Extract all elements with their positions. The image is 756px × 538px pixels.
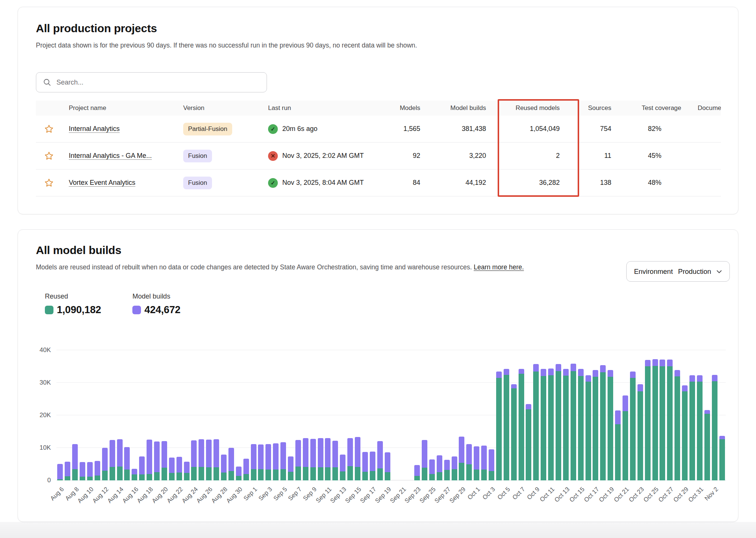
chart-bar[interactable] xyxy=(318,438,323,480)
chart-bar[interactable] xyxy=(347,438,353,480)
chart-bar[interactable] xyxy=(615,410,621,480)
chart-bar[interactable] xyxy=(674,370,680,480)
chart-bar[interactable] xyxy=(682,385,688,480)
chart-bar[interactable] xyxy=(660,360,665,480)
chart-bar[interactable] xyxy=(147,440,152,480)
chart-bar[interactable] xyxy=(556,364,561,480)
search-input[interactable] xyxy=(56,79,260,86)
chart-bar[interactable] xyxy=(422,440,427,480)
chart-bar[interactable] xyxy=(213,439,219,480)
chart-bar[interactable] xyxy=(452,456,457,480)
chart-bar[interactable] xyxy=(184,462,190,480)
project-name-link[interactable]: Vortex Event Analytics xyxy=(69,179,135,186)
chart-bar[interactable] xyxy=(355,437,360,480)
chart-bar[interactable] xyxy=(65,462,70,480)
chart-bar[interactable] xyxy=(303,438,308,480)
chart-bar[interactable] xyxy=(459,437,464,480)
chart-bar[interactable] xyxy=(110,440,115,480)
chart-bar[interactable] xyxy=(280,442,286,480)
chart-bar[interactable] xyxy=(385,452,390,480)
chart-bar[interactable] xyxy=(474,446,479,480)
chart-bar[interactable] xyxy=(117,439,123,480)
chart-bar[interactable] xyxy=(704,410,710,480)
chart-bar[interactable] xyxy=(645,360,651,480)
chart-bar[interactable] xyxy=(162,441,167,480)
y-axis-label: 30K xyxy=(28,379,51,386)
chart-bar[interactable] xyxy=(124,447,130,480)
learn-more-link[interactable]: Learn more here. xyxy=(474,263,524,271)
chart-bar[interactable] xyxy=(429,459,435,480)
project-search[interactable] xyxy=(36,72,267,92)
chart-bar[interactable] xyxy=(199,439,204,480)
chart-bar[interactable] xyxy=(258,444,264,480)
chart-bar[interactable] xyxy=(370,452,375,480)
chart-bar[interactable] xyxy=(310,439,316,480)
chart-bar[interactable] xyxy=(496,372,502,480)
chart-bar[interactable] xyxy=(437,455,442,480)
environment-select[interactable]: Environment Production xyxy=(626,261,730,282)
chart-bar[interactable] xyxy=(600,365,606,480)
chart-bar[interactable] xyxy=(295,440,301,480)
star-icon[interactable] xyxy=(44,178,54,188)
chart-bar[interactable] xyxy=(154,441,160,480)
chart-bar[interactable] xyxy=(139,456,145,480)
chart-bar[interactable] xyxy=(712,375,717,480)
column-header: Model builds xyxy=(422,104,488,112)
chart-bar[interactable] xyxy=(95,461,100,480)
chart-bar[interactable] xyxy=(414,465,420,480)
chart-bar[interactable] xyxy=(630,372,636,480)
chart-bar[interactable] xyxy=(548,369,554,480)
chart-bar[interactable] xyxy=(340,455,345,480)
chart-bar[interactable] xyxy=(489,449,494,480)
chart-bar[interactable] xyxy=(362,452,368,480)
chart-bar[interactable] xyxy=(719,436,725,480)
chart-bar[interactable] xyxy=(526,404,531,480)
chart-bar[interactable] xyxy=(444,460,450,480)
chart-bar[interactable] xyxy=(102,448,108,480)
chart-bar[interactable] xyxy=(593,370,598,480)
chart-bar[interactable] xyxy=(571,364,576,480)
chart-bar[interactable] xyxy=(332,441,338,480)
chart-bar[interactable] xyxy=(563,369,569,480)
chart-bar[interactable] xyxy=(533,364,539,480)
chart-bar[interactable] xyxy=(511,384,517,480)
chart-bar[interactable] xyxy=(176,457,182,480)
chart-bar[interactable] xyxy=(481,446,487,480)
chart-bar[interactable] xyxy=(608,370,613,480)
chart-bar[interactable] xyxy=(466,444,472,480)
chart-bar[interactable] xyxy=(169,458,175,480)
chart-bar[interactable] xyxy=(228,448,234,480)
chart-bar[interactable] xyxy=(541,369,546,480)
chart-bar[interactable] xyxy=(578,369,584,480)
chart-bar[interactable] xyxy=(689,375,695,480)
chart-bar[interactable] xyxy=(72,444,78,480)
chart-bar[interactable] xyxy=(206,440,212,480)
project-name-link[interactable]: Internal Analytics xyxy=(69,125,120,132)
star-icon[interactable] xyxy=(44,151,54,161)
chart-bar[interactable] xyxy=(273,443,279,480)
chart-bar[interactable] xyxy=(57,464,63,480)
chart-bar[interactable] xyxy=(265,444,271,480)
chart-bar[interactable] xyxy=(504,369,509,480)
chart-bar[interactable] xyxy=(697,375,703,480)
x-axis-label: Oct 29 xyxy=(672,486,690,504)
chart-bar[interactable] xyxy=(325,438,331,480)
chart-bar[interactable] xyxy=(191,440,197,480)
chart-bar[interactable] xyxy=(87,462,93,480)
star-icon[interactable] xyxy=(44,124,54,134)
chart-bar[interactable] xyxy=(236,467,242,480)
chart-bar[interactable] xyxy=(377,441,383,480)
chart-bar[interactable] xyxy=(667,360,673,480)
chart-bar[interactable] xyxy=(288,456,294,480)
chart-bar[interactable] xyxy=(652,359,658,480)
chart-bar[interactable] xyxy=(132,469,137,480)
chart-bar[interactable] xyxy=(243,459,249,480)
chart-bar[interactable] xyxy=(623,395,628,480)
chart-bar[interactable] xyxy=(586,375,591,480)
chart-bar[interactable] xyxy=(221,455,227,480)
chart-bar[interactable] xyxy=(251,444,256,480)
chart-bar[interactable] xyxy=(637,384,643,480)
chart-bar[interactable] xyxy=(519,369,524,480)
chart-bar[interactable] xyxy=(80,462,85,480)
project-name-link[interactable]: Internal Analytics - GA Me... xyxy=(69,152,152,159)
